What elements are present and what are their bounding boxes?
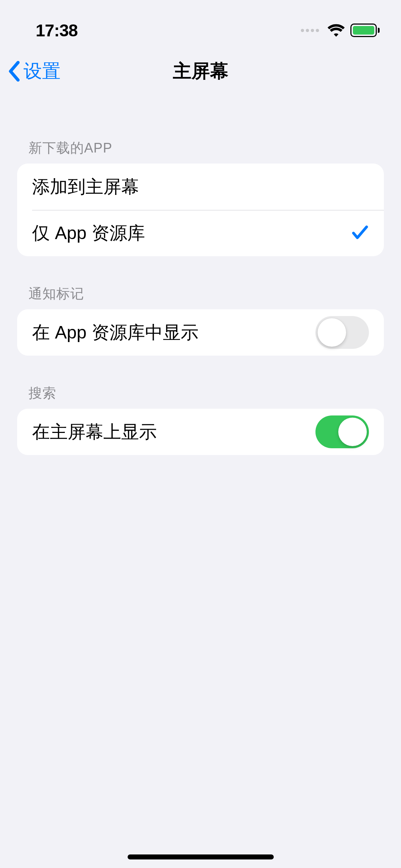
back-button[interactable]: 设置 [7,59,61,84]
row-label: 在主屏幕上显示 [32,420,157,444]
status-indicators [301,24,380,37]
nav-bar: 设置 主屏幕 [0,46,401,96]
battery-icon [350,24,380,37]
group-search: 在主屏幕上显示 [17,409,384,455]
group-downloads: 添加到主屏幕 仅 App 资源库 [17,164,384,256]
home-indicator[interactable] [128,854,274,859]
cellular-dots-icon [301,29,319,32]
wifi-icon [328,24,345,37]
toggle-show-on-home[interactable] [315,415,369,448]
toggle-knob [338,418,367,446]
chevron-left-icon [7,61,21,82]
section-header-badges: 通知标记 [17,256,384,309]
option-label: 仅 App 资源库 [32,221,145,245]
back-label: 设置 [24,59,61,84]
checkmark-icon [350,223,369,243]
toggle-show-in-app-library[interactable] [315,316,369,349]
toggle-knob [318,318,346,347]
option-label: 添加到主屏幕 [32,175,139,199]
row-show-in-app-library: 在 App 资源库中显示 [17,309,384,356]
section-header-search: 搜索 [17,356,384,409]
row-label: 在 App 资源库中显示 [32,321,199,345]
option-app-library-only[interactable]: 仅 App 资源库 [17,210,384,256]
section-header-downloads: 新下载的APP [17,96,384,164]
option-add-to-home[interactable]: 添加到主屏幕 [17,164,384,210]
row-show-on-home: 在主屏幕上显示 [17,409,384,455]
status-time: 17:38 [36,21,78,40]
content: 新下载的APP 添加到主屏幕 仅 App 资源库 通知标记 在 App 资源库中… [0,96,401,455]
status-bar: 17:38 [0,0,401,46]
group-badges: 在 App 资源库中显示 [17,309,384,356]
